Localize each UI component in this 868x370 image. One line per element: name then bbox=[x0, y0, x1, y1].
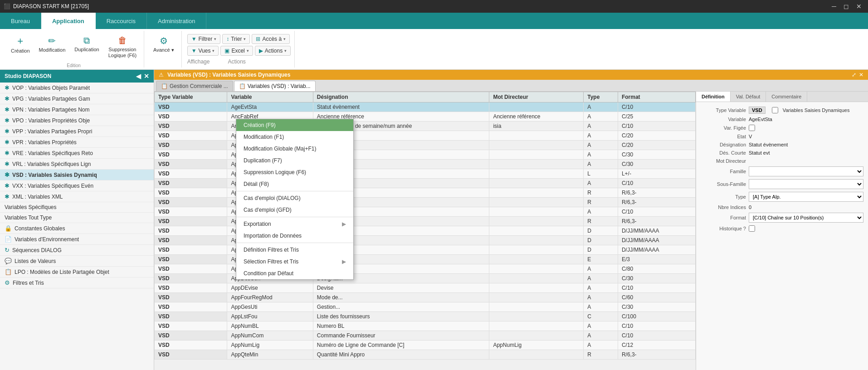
detail-tab-definition[interactable]: Définition bbox=[696, 92, 731, 102]
sidebar-item-variables-specifiques[interactable]: Variables Spécifiques bbox=[0, 202, 154, 213]
historique-checkbox[interactable] bbox=[749, 225, 755, 232]
context-menu-item[interactable]: Duplication (F7) bbox=[236, 155, 353, 166]
detail-row-format: Format [C/10] Chaîne sur 10 Position(s) bbox=[701, 213, 863, 223]
context-menu-item[interactable]: Exportation▶ bbox=[236, 218, 353, 230]
sidebar-item-vpp[interactable]: ✱ VPP : Variables Partagées Propri bbox=[0, 126, 154, 137]
famille-select[interactable] bbox=[749, 166, 863, 176]
sidebar-item-vrl[interactable]: ✱ VRL : Variables Spécifiques Lign bbox=[0, 159, 154, 170]
vues-button[interactable]: ▼ Vues ▾ bbox=[187, 46, 219, 56]
nav-tab-bureau[interactable]: Bureau bbox=[0, 13, 41, 29]
cell-variable: AppGesUti bbox=[227, 302, 313, 312]
sidebar-item-vtt-label: Variables Tout Type bbox=[5, 214, 52, 221]
table-row[interactable]: VSD AppFourRegMod Mode de... A C/60 bbox=[155, 293, 696, 302]
table-row[interactable]: VSD AppNumBL Numero BL A C/10 bbox=[155, 321, 696, 331]
filtrer-button[interactable]: ▼ Filtrer ▾ bbox=[187, 34, 221, 44]
col-format: Format bbox=[618, 92, 695, 102]
cell-format: C/30 bbox=[618, 150, 695, 160]
tab-gestion-commerciale[interactable]: 📋 Gestion Commerciale ... bbox=[156, 81, 233, 91]
context-menu-item[interactable]: Définition Filtres et Tris bbox=[236, 244, 353, 256]
cell-designation: Liste des fournisseurs bbox=[313, 312, 489, 321]
context-menu-item[interactable]: Condition par Défaut bbox=[236, 268, 353, 279]
detail-row-etat: Etat V bbox=[701, 134, 863, 139]
table-row[interactable]: VSD AgeEvtSta Statut évènement A C/10 bbox=[155, 102, 696, 112]
table-row[interactable]: VSD AppNumCom Commande Fournisseur A C/1… bbox=[155, 331, 696, 341]
sidebar-item-vre[interactable]: ✱ VRE : Variables Spécifiques Reto bbox=[0, 148, 154, 159]
variable-icon: ✱ bbox=[5, 117, 10, 124]
detail-tab-commentaire[interactable]: Commentaire bbox=[766, 92, 807, 102]
sidebar-item-variables-tout-type[interactable]: Variables Tout Type bbox=[0, 213, 154, 223]
type-variable-checkbox[interactable] bbox=[772, 107, 778, 113]
context-menu-separator bbox=[236, 243, 353, 243]
context-menu-item[interactable]: Cas d'emploi (GFD) bbox=[236, 204, 353, 216]
var-figee-checkbox[interactable] bbox=[749, 125, 755, 131]
context-menu-item[interactable]: Suppression Logique (F6) bbox=[236, 166, 353, 178]
excel-button[interactable]: ▣ Excel ▾ bbox=[220, 46, 253, 56]
cell-variable: AppDEvise bbox=[227, 283, 313, 293]
modification-button[interactable]: ✏ Modification bbox=[35, 34, 69, 55]
sidebar-item-filtres[interactable]: ⚙ Filtres et Tris bbox=[0, 278, 154, 288]
format-select[interactable]: [C/10] Chaîne sur 10 Position(s) bbox=[749, 213, 863, 223]
tab-variables-vsd[interactable]: 📋 Variables (VSD) : Variab... bbox=[234, 81, 316, 91]
context-menu-item[interactable]: Modification (F1) bbox=[236, 131, 353, 143]
panel-expand-button[interactable]: ⤢ bbox=[852, 72, 856, 78]
cell-format: C/12 bbox=[618, 341, 695, 350]
sidebar-close-button[interactable]: ✕ bbox=[144, 73, 149, 80]
table-row[interactable]: VSD AppLstFou Liste des fournisseurs C C… bbox=[155, 312, 696, 321]
creation-button[interactable]: + Création bbox=[7, 34, 34, 56]
cell-type: A bbox=[584, 160, 618, 169]
acces-button[interactable]: ⊞ Accès à ▾ bbox=[252, 34, 290, 44]
ribbon: + Création ✏ Modification ⧉ Duplication … bbox=[0, 29, 868, 70]
table-row[interactable]: VSD AppQteMin Quantité Mini Appro R R/6,… bbox=[155, 350, 696, 360]
sidebar-item-vxx[interactable]: ✱ VXX : Variables Spécifiques Evén bbox=[0, 180, 154, 191]
nav-tab-application[interactable]: Application bbox=[41, 13, 96, 29]
sidebar-item-sequences-label: Séquences DIALOG bbox=[12, 247, 62, 253]
sidebar-item-env[interactable]: 📄 Variables d'Environnement bbox=[0, 234, 154, 245]
duplication-button[interactable]: ⧉ Duplication bbox=[71, 34, 102, 54]
sidebar-item-xml[interactable]: ✱ XML : Variables XML bbox=[0, 191, 154, 202]
variable-value: AgeEvtSta bbox=[749, 117, 863, 122]
cell-type: A bbox=[584, 274, 618, 283]
cell-type-var: VSD bbox=[155, 236, 227, 245]
sidebar-item-vsd[interactable]: ✱ VSD : Variables Saisies Dynamiq bbox=[0, 170, 154, 180]
variable-label: Variable bbox=[701, 117, 746, 122]
avance-button[interactable]: ⚙ Avancé ▾ bbox=[150, 34, 178, 55]
sous-famille-select[interactable] bbox=[749, 179, 863, 189]
sidebar-item-lpo[interactable]: 📋 LPO : Modèles de Liste Partagée Objet bbox=[0, 267, 154, 278]
sidebar-item-vpo[interactable]: ✱ VPO : Variables Propriétés Obje bbox=[0, 115, 154, 126]
designation-label: Désignation bbox=[701, 142, 746, 147]
table-row[interactable]: VSD AppDEvise Devise A C/10 bbox=[155, 283, 696, 293]
table-row[interactable]: VSD AppNumLig Numéro de Ligne de Command… bbox=[155, 341, 696, 350]
suppression-button[interactable]: 🗑 SuppressionLogique (F6) bbox=[105, 34, 140, 60]
data-table-container[interactable]: Type Variable Variable Désignation Mot D… bbox=[154, 92, 696, 370]
detail-tab-valdefaut[interactable]: Val. Défaut bbox=[731, 92, 766, 102]
cell-mot-directeur bbox=[489, 350, 584, 360]
nav-tab-raccourcis[interactable]: Raccourcis bbox=[96, 13, 147, 29]
context-menu-item[interactable]: Création (F9) bbox=[236, 119, 353, 131]
cell-format: C/10 bbox=[618, 102, 695, 112]
sidebar-item-vpr[interactable]: ✱ VPR : Variables Propriétés bbox=[0, 137, 154, 148]
type-select[interactable]: [A] Type Alp. bbox=[749, 192, 863, 202]
context-menu-item[interactable]: Cas d'emploi (DIALOG) bbox=[236, 192, 353, 204]
ctx-item-label: Sélection Filtres et Tris bbox=[244, 258, 298, 265]
context-menu-item[interactable]: Modification Globale (Maj+F1) bbox=[236, 143, 353, 155]
sidebar-item-env-label: Variables d'Environnement bbox=[15, 236, 79, 243]
sidebar-item-vpg[interactable]: ✱ VPG : Variables Partagées Gam bbox=[0, 93, 154, 104]
panel-close-button[interactable]: ✕ bbox=[859, 72, 863, 78]
minimize-button[interactable]: ─ bbox=[829, 3, 839, 10]
sidebar-collapse-button[interactable]: ◀ bbox=[136, 73, 141, 80]
trier-button[interactable]: ↕ Trier ▾ bbox=[222, 34, 250, 44]
context-menu-item[interactable]: Détail (F8) bbox=[236, 178, 353, 190]
restore-button[interactable]: ◻ bbox=[841, 3, 852, 10]
context-menu-item[interactable]: Sélection Filtres et Tris▶ bbox=[236, 256, 353, 268]
actions-button[interactable]: ▶ Actions ▾ bbox=[255, 46, 291, 56]
sidebar-item-vop[interactable]: ✱ VOP : Variables Objets Paramét bbox=[0, 83, 154, 93]
sidebar-item-sequences[interactable]: ↻ Séquences DIALOG bbox=[0, 245, 154, 256]
context-menu-item[interactable]: Importation de Données bbox=[236, 230, 353, 242]
close-button[interactable]: ✕ bbox=[853, 3, 864, 10]
sidebar-item-listes[interactable]: 💬 Listes de Valeurs bbox=[0, 256, 154, 267]
sidebar-item-vpn[interactable]: ✱ VPN : Variables Partagées Nom bbox=[0, 104, 154, 115]
nav-tab-administration[interactable]: Administration bbox=[147, 13, 206, 29]
sidebar-item-constantes[interactable]: 🔒 Constantes Globales bbox=[0, 223, 154, 234]
table-row[interactable]: VSD AppGesUti Gestion... A C/30 bbox=[155, 302, 696, 312]
cell-format: D/JJ/MM/AAAA bbox=[618, 226, 695, 236]
